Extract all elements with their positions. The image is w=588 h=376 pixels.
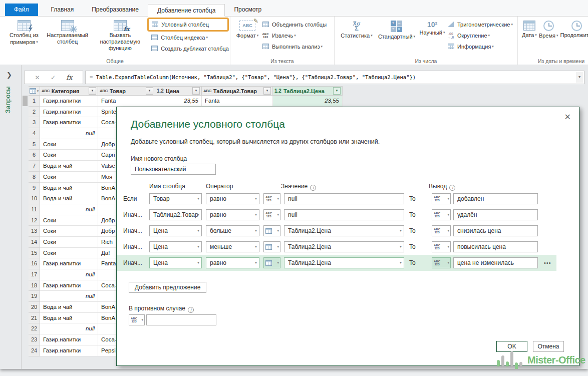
filter-button[interactable]: ▼ bbox=[146, 87, 153, 95]
cell[interactable]: Соки bbox=[40, 139, 98, 150]
value-type-chip[interactable] bbox=[263, 225, 280, 236]
column-name-select[interactable]: Цена bbox=[149, 241, 202, 252]
duplicate-column-button[interactable]: Создать дубликат столбца bbox=[150, 43, 229, 54]
filter-button[interactable]: ▼ bbox=[263, 87, 271, 95]
cell[interactable]: Соки bbox=[40, 150, 98, 161]
output-field[interactable]: снизилась цена bbox=[453, 225, 538, 236]
value-type-chip[interactable] bbox=[263, 241, 280, 252]
cell[interactable]: null bbox=[40, 269, 98, 280]
filter-button[interactable]: ▼ bbox=[333, 87, 341, 95]
value-field[interactable]: null bbox=[284, 193, 404, 204]
scientific-button[interactable]: 10² Научный▾ bbox=[418, 18, 447, 37]
row-menu-button[interactable]: ••• bbox=[544, 260, 551, 266]
add-clause-button[interactable]: Добавить предложение bbox=[129, 282, 206, 293]
tab-home[interactable]: Главная bbox=[42, 4, 83, 16]
date-button[interactable]: Дата▾ bbox=[521, 18, 538, 40]
extract-button[interactable]: ABC123 Извлечь▾ bbox=[261, 30, 327, 41]
value-type-chip[interactable]: ABC123 bbox=[263, 193, 280, 204]
cell[interactable]: null bbox=[40, 291, 98, 302]
column-header-Таблица2.Цена[interactable]: 1.2Таблица2.Цена▼ bbox=[273, 86, 343, 96]
tab-add-column[interactable]: Добавление столбца bbox=[148, 4, 225, 17]
cell[interactable]: Соки bbox=[40, 215, 98, 226]
cell[interactable]: Fanta bbox=[202, 96, 273, 107]
column-header-Цена[interactable]: 1.2Цена▼ bbox=[155, 86, 202, 96]
cell[interactable]: Газир.напитки bbox=[40, 96, 98, 107]
cell[interactable]: Газир.напитки bbox=[40, 258, 98, 269]
rounding-button[interactable]: .00→.0 Округление▾ bbox=[447, 30, 513, 41]
cell[interactable]: Газир.напитки bbox=[40, 334, 98, 345]
parse-button[interactable]: Выполнить анализ▾ bbox=[261, 41, 327, 52]
value-type-chip[interactable] bbox=[263, 257, 280, 268]
table-corner-select[interactable]: ▾ bbox=[29, 86, 40, 96]
statistics-button[interactable]: X̄σΣ Статистика▾ bbox=[338, 18, 376, 40]
output-field[interactable]: удалён bbox=[453, 209, 538, 220]
output-field[interactable]: добавлен bbox=[453, 193, 538, 204]
value-field[interactable]: null bbox=[284, 209, 404, 220]
column-header-Таблица2.Товар[interactable]: ABCТаблица2.Товар▼ bbox=[202, 86, 273, 96]
custom-column-button[interactable]: Настраиваемый столбец bbox=[45, 18, 90, 46]
output-type-chip[interactable]: ABC123 bbox=[432, 241, 451, 252]
filter-button[interactable]: ▼ bbox=[89, 87, 96, 95]
column-name-select[interactable]: Таблица2.Товар bbox=[149, 209, 202, 220]
tab-file[interactable]: Файл bbox=[5, 4, 38, 16]
output-type-chip[interactable]: ABC123 bbox=[432, 209, 451, 220]
cell[interactable]: Газир.напитки bbox=[40, 280, 98, 291]
index-column-button[interactable]: Столбец индекса▾ bbox=[150, 32, 229, 43]
cell[interactable]: Fanta bbox=[98, 96, 155, 107]
filter-button[interactable]: ▼ bbox=[192, 87, 200, 95]
value-type-chip[interactable]: ABC123 bbox=[263, 209, 280, 220]
cell[interactable]: Соки bbox=[40, 237, 98, 248]
time-button[interactable]: Время▾ bbox=[538, 18, 559, 40]
cell[interactable]: null bbox=[40, 128, 98, 139]
value-field[interactable]: Таблица2.Цена bbox=[284, 225, 404, 236]
operator-select[interactable]: равно bbox=[206, 257, 259, 268]
tab-view[interactable]: Просмотр bbox=[225, 4, 270, 16]
cell[interactable]: Вода и чай bbox=[40, 313, 98, 324]
operator-select[interactable]: меньше bbox=[206, 241, 259, 252]
value-field[interactable]: Таблица2.Цена bbox=[284, 241, 404, 252]
cell[interactable]: Соки bbox=[40, 172, 98, 183]
cell[interactable]: null bbox=[40, 323, 98, 334]
cell[interactable]: Вода и чай bbox=[40, 302, 98, 313]
duration-button[interactable]: Продолжительность bbox=[559, 18, 588, 40]
cell[interactable]: null bbox=[40, 204, 98, 215]
cell[interactable]: Соки bbox=[40, 248, 98, 259]
cell[interactable]: Вода и чай bbox=[40, 161, 98, 172]
tab-transform[interactable]: Преобразование bbox=[83, 4, 148, 16]
conditional-column-button[interactable]: Условный столбец bbox=[151, 19, 223, 30]
invoke-custom-function-button[interactable]: fx Вызвать настраиваемую функцию bbox=[90, 18, 150, 53]
output-type-chip[interactable]: ABC123 bbox=[432, 257, 451, 268]
else-value-input[interactable] bbox=[146, 314, 216, 325]
value-field[interactable]: Таблица2.Цена bbox=[284, 257, 404, 268]
close-icon[interactable]: ✕ bbox=[564, 112, 571, 122]
cancel-button[interactable]: Отмена bbox=[533, 341, 564, 352]
output-type-chip[interactable]: ABC123 bbox=[432, 225, 451, 236]
operator-select[interactable]: равно bbox=[206, 193, 259, 204]
operator-select[interactable]: равно bbox=[206, 209, 259, 220]
cell[interactable]: Газир.напитки bbox=[40, 117, 98, 128]
new-column-name-input[interactable]: Пользовательский bbox=[131, 164, 216, 175]
column-name-select[interactable]: Товар bbox=[149, 193, 202, 204]
information-button[interactable]: Информация▾ bbox=[447, 41, 513, 52]
cell[interactable]: 23,55 bbox=[155, 96, 202, 107]
trigonometry-button[interactable]: Тригонометрические▾ bbox=[447, 19, 513, 30]
operator-select[interactable]: больше bbox=[206, 225, 259, 236]
cell[interactable]: Вода и чай bbox=[40, 183, 98, 194]
ok-button[interactable]: OK bbox=[496, 341, 527, 352]
cell[interactable]: Соки bbox=[40, 226, 98, 237]
column-name-select[interactable]: Цена bbox=[149, 225, 202, 236]
column-name-select[interactable]: Цена bbox=[149, 257, 202, 268]
column-header-Категория[interactable]: ABCКатегория▼ bbox=[40, 86, 98, 96]
output-field[interactable]: цена не изменилась bbox=[453, 257, 538, 268]
cell[interactable]: Вода и чай bbox=[40, 193, 98, 204]
column-header-Товар[interactable]: ABCТовар▼ bbox=[98, 86, 155, 96]
output-type-chip[interactable]: ABC123 bbox=[432, 193, 451, 204]
format-button[interactable]: ABC Формат▾ bbox=[233, 18, 261, 40]
else-type-chip[interactable]: ABC123 bbox=[129, 314, 145, 325]
column-from-examples-button[interactable]: Столбец из примеров▾ bbox=[3, 18, 45, 47]
merge-columns-button[interactable]: Объединить столбцы bbox=[261, 19, 327, 30]
cell[interactable]: Газир.напитки bbox=[40, 345, 98, 356]
standard-button[interactable]: +−÷× Стандартный▾ bbox=[376, 18, 418, 41]
cell[interactable]: Газир.напитки bbox=[40, 107, 98, 118]
cell[interactable]: 23,55 bbox=[273, 96, 343, 107]
